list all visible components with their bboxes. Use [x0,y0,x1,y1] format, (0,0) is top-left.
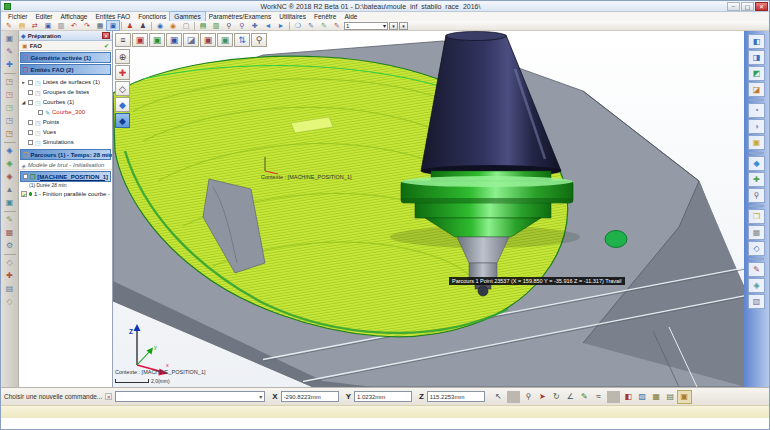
zoom-window-icon[interactable]: ⚲ [223,21,235,30]
util-3-icon[interactable]: ⚙ [3,240,17,252]
util-6-icon[interactable]: ▤ [3,283,17,295]
wz-box4-icon[interactable]: ◳ [3,115,17,127]
simulate-icon[interactable]: ◈ [748,278,765,293]
shade-mode-icon[interactable]: ▧ [748,294,765,309]
twisty-icon[interactable]: ◢ [21,99,26,105]
pick-cursor-icon[interactable]: ↖ [492,391,505,403]
tree-simulations[interactable]: ◳ Simulations [21,137,112,147]
util-2-icon[interactable]: ▦ [3,227,17,239]
toolbar-icon[interactable] [289,22,290,30]
save-icon[interactable]: ▣ [42,21,54,30]
brut-row[interactable]: ◈ Modèle de brut - Initialisation [19,161,112,170]
status-active-icon[interactable]: ▣ [678,391,691,403]
status-report-icon[interactable]: ◧ [622,391,635,403]
util-5-icon[interactable]: ✚ [3,270,17,282]
toolbar-icon[interactable] [194,22,195,30]
tree-checkbox[interactable] [38,110,43,115]
left-strip-icon[interactable] [4,211,16,212]
annotate-3d-icon[interactable]: ✎ [748,262,765,277]
wz-box2-icon[interactable]: ◳ [3,89,17,101]
view-rotate-icon[interactable]: ◑ [748,119,765,134]
compass-icon[interactable]: ◔ [748,103,765,118]
combo-step-up-button[interactable]: ▾ [399,22,408,30]
command-close-button[interactable]: ✕ [105,393,112,400]
menu-utilitaires[interactable]: Utilitaires [275,12,310,21]
measure-path-icon[interactable]: ➤ [536,391,549,403]
redo-icon[interactable]: ↷ [81,21,93,30]
print-icon[interactable]: ▥ [55,21,67,30]
toolbar-icon[interactable] [151,22,152,30]
menu-fenetre[interactable]: Fenêtre [310,12,340,21]
pan-icon[interactable]: ✚ [249,21,261,30]
toolpath-op-row[interactable]: ✔ 1 - Finition parallèle courbe - [19,189,112,199]
wz-box3-icon[interactable]: ◳ [3,102,17,114]
wz-box1-icon[interactable]: ◳ [3,76,17,88]
export-icon[interactable]: ⇄ [29,21,41,30]
view-cube-2-icon[interactable]: ◨ [748,50,765,65]
section-view-icon[interactable]: ◇ [748,241,765,256]
view-iso-icon[interactable]: ◪ [183,33,199,47]
tool-display-icon[interactable]: ◆ [748,156,765,171]
command-select[interactable]: ▾ [115,391,265,402]
sim-3-icon[interactable]: ◈ [3,171,17,183]
left-strip-icon[interactable] [4,142,16,143]
analyze-pen-icon[interactable]: ✎ [331,21,343,30]
render-hidden-line-icon[interactable]: ◇ [115,81,130,96]
prev-view-icon[interactable]: ◄ [262,21,274,30]
view-menu-icon[interactable]: ≡ [115,33,131,47]
axes-display-icon[interactable]: ✚ [115,65,130,80]
view-front-icon[interactable]: ▣ [132,33,148,47]
stock-icon[interactable]: ▣ [748,135,765,150]
person-dark-icon[interactable]: ♟ [137,21,149,30]
menu-fonctions[interactable]: Fonctions [134,12,170,21]
person-red-icon[interactable]: ♟ [124,21,136,30]
right-strip-icon[interactable] [749,152,764,154]
measure-3d-icon[interactable]: ⚲ [748,188,765,203]
menu-entites-fao[interactable]: Entités FAO [91,12,134,21]
tree-checkbox[interactable] [28,140,33,145]
command-bar-icon[interactable] [607,391,620,403]
right-strip-icon[interactable] [749,205,764,207]
tab-fao[interactable]: ▣ FAO ✔ [19,41,112,51]
wz-box5-icon[interactable]: ◳ [3,128,17,140]
zoom-dynamic-icon[interactable]: ⚲ [236,21,248,30]
viewport-layout-icon[interactable]: ▣ [107,21,119,30]
menu-parametres-examens[interactable]: Paramètres/Examens [205,12,276,21]
measure-pen-icon[interactable]: ✎ [578,391,591,403]
command-bar-icon[interactable] [507,391,520,403]
combo-step-down-button[interactable]: ▾ [389,22,398,30]
op-checkbox[interactable]: ✔ [21,191,27,197]
section-geometrie[interactable]: ❒ Géométrie activée (1) [20,52,111,63]
parcours-header[interactable]: ❒ Parcours (1) - Temps: 28 min [20,149,111,160]
left-strip-icon[interactable] [4,73,16,74]
status-chart-icon[interactable]: ▦ [650,391,663,403]
grid-display-icon[interactable]: ▦ [748,225,765,240]
right-strip-icon[interactable] [749,99,764,101]
zoom-level-combo[interactable]: 1 ▾ [344,22,388,30]
view-top-icon[interactable]: ▣ [200,33,216,47]
sim-5-icon[interactable]: ▣ [3,197,17,209]
prep-curves-icon[interactable]: ✎ [3,46,17,58]
util-4-icon[interactable]: ◇ [3,257,17,269]
status-list-icon[interactable]: ▤ [664,391,677,403]
close-button[interactable]: ✕ [755,2,768,11]
panel-close-button[interactable]: ✕ [102,32,110,39]
new-icon[interactable]: ✎ [3,21,15,30]
tree-groupes-listes[interactable]: ◳ Groupes de listes [21,87,112,97]
menu-gammes[interactable]: Gammes [170,12,204,21]
tree-checkbox[interactable] [28,100,33,105]
prep-points-icon[interactable]: ✚ [3,59,17,71]
machine-position-row[interactable]: ❒ [MACHINE_POSITION_1] [20,171,111,182]
tree-listes-surfaces[interactable]: ▸ ◳ Listes de surfaces (1) [21,77,112,87]
status-view-icon[interactable]: ▨ [636,391,649,403]
tree-checkbox[interactable] [28,80,33,85]
toolbar-icon[interactable] [121,22,122,30]
measure-rotate-icon[interactable]: ↻ [550,391,563,403]
globe-blue-icon[interactable]: ◉ [154,21,166,30]
grid-icon[interactable]: ▦ [94,21,106,30]
measure-slope-icon[interactable]: ≈ [592,391,605,403]
globe-orange-icon[interactable]: ◉ [167,21,179,30]
section-entites-fao[interactable]: ❒ Entités FAO (2) [20,64,111,75]
view-cube-3-icon[interactable]: ◩ [748,66,765,81]
measure-point-icon[interactable]: ⚲ [522,391,535,403]
